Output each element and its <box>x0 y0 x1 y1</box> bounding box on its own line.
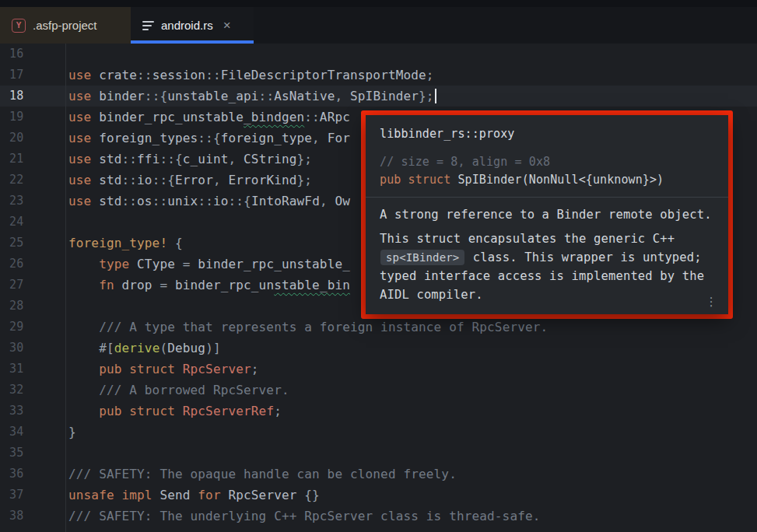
code-line-17[interactable]: 17use crate::session::FileDescriptorTran… <box>0 65 757 86</box>
annotation-red-box: libbinder_rs::proxy // size = 8, align =… <box>361 110 733 319</box>
code-line-34[interactable]: 34} <box>0 422 757 443</box>
code-token: binder_rpc_unstable <box>99 110 244 124</box>
popup-signature: pub struct SpIBinder(NonNull<{unknown}>) <box>380 173 714 187</box>
code-line-33[interactable]: 33 pub struct RpcServerRef; <box>0 401 757 422</box>
gutter-divider <box>65 44 66 532</box>
code-token: /// SAFETY: The opaque handle can be clo… <box>68 467 457 481</box>
code-line-16[interactable]: 16 <box>0 44 757 65</box>
code-token: :: <box>304 110 320 124</box>
code-token: :: <box>205 68 221 82</box>
code-token: stable_bin <box>274 278 350 292</box>
code-line-29[interactable]: 29 /// A type that represents a foreign … <box>0 317 757 338</box>
yaml-file-icon: Y <box>12 19 26 33</box>
code-text: foreign_type! { <box>68 233 183 254</box>
line-number: 32 <box>9 380 40 401</box>
code-text: } <box>68 422 76 443</box>
code-token <box>68 383 99 397</box>
code-token: {} <box>304 488 320 502</box>
code-text: use binder_rpc_unstable_bindgen::ARpc <box>68 107 350 128</box>
code-token: ; <box>426 68 434 82</box>
code-token: }; <box>297 152 313 166</box>
code-token: use <box>68 152 99 166</box>
code-token: ::{ <box>152 173 175 187</box>
code-token: pub struct <box>99 404 183 418</box>
text-cursor <box>435 89 436 103</box>
code-text: use binder::{unstable_api::AsNative, SpI… <box>68 86 436 107</box>
code-token: foreign_types <box>99 131 198 145</box>
code-text: type CType = binder_rpc_unstable_ <box>68 254 350 275</box>
code-text: unsafe impl Send for RpcServer {} <box>68 485 320 506</box>
code-token: std <box>99 152 121 166</box>
code-line-38[interactable]: 38/// SAFETY: The underlying C++ RpcServ… <box>0 506 757 527</box>
line-number: 31 <box>9 359 40 380</box>
code-token: Ow <box>335 194 351 208</box>
code-token <box>68 320 99 334</box>
more-options-icon[interactable]: ⋮ <box>706 296 717 308</box>
code-token: ( <box>159 341 167 355</box>
tab-asfp-project[interactable]: Y .asfp-project <box>0 7 131 44</box>
code-text: use crate::session::FileDescriptorTransp… <box>68 65 434 86</box>
code-token: FileDescriptorTransportMode <box>221 68 426 82</box>
line-number: 17 <box>9 65 40 86</box>
code-token: os <box>137 194 152 208</box>
code-text: pub struct RpcServer; <box>68 359 259 380</box>
code-line-35[interactable]: 35 <box>0 443 757 464</box>
code-line-37[interactable]: 37unsafe impl Send for RpcServer {} <box>0 485 757 506</box>
code-token <box>68 341 99 355</box>
code-token: , <box>320 194 335 208</box>
hover-doc-popup: libbinder_rs::proxy // size = 8, align =… <box>366 115 728 314</box>
code-token: for <box>198 488 228 502</box>
code-line-31[interactable]: 31 pub struct RpcServer; <box>0 359 757 380</box>
line-number: 36 <box>9 464 40 485</box>
code-token: ::{ <box>198 131 220 145</box>
code-token: ::{ <box>159 152 182 166</box>
code-token: io <box>137 173 152 187</box>
code-token: = <box>175 257 198 271</box>
code-token: use <box>68 89 99 103</box>
tab-android-rs[interactable]: android.rs × <box>131 7 254 44</box>
code-text: pub struct RpcServerRef; <box>68 401 282 422</box>
code-editor[interactable]: 1617use crate::session::FileDescriptorTr… <box>0 44 757 532</box>
editor-window: Y .asfp-project android.rs × 1617use cra… <box>0 0 757 532</box>
code-text: /// A borrowed RpcServer. <box>68 380 289 401</box>
code-token: #[ <box>99 341 114 355</box>
code-line-30[interactable]: 30 #[derive(Debug)] <box>0 338 757 359</box>
code-token: unstable_api <box>167 89 258 103</box>
code-token: }; <box>419 89 434 103</box>
code-token: Send <box>159 488 198 502</box>
file-tab-label: android.rs <box>161 19 213 32</box>
code-line-36[interactable]: 36/// SAFETY: The opaque handle can be c… <box>0 464 757 485</box>
popup-summary: A strong reference to a Binder remote ob… <box>380 208 714 222</box>
popup-module-path: libbinder_rs::proxy <box>380 127 714 141</box>
code-token <box>68 278 99 292</box>
popup-size-comment: // size = 8, align = 0x8 <box>380 155 714 169</box>
code-token: } <box>68 425 76 439</box>
code-token: unix <box>167 194 198 208</box>
popup-description: This struct encapsulates the generic C++… <box>380 229 714 304</box>
line-number: 23 <box>9 191 40 212</box>
line-number: 30 <box>9 338 40 359</box>
code-token: :: <box>259 89 275 103</box>
code-token: use <box>68 68 99 82</box>
line-number: 25 <box>9 233 40 254</box>
popup-divider <box>366 197 728 198</box>
inline-code-chip: sp<IBinder> <box>380 250 464 265</box>
line-number: 20 <box>9 128 40 149</box>
description-text-before: This struct encapsulates the generic C++ <box>380 232 675 246</box>
code-token: /// A borrowed RpcServer. <box>99 383 289 397</box>
code-token: use <box>68 131 99 145</box>
code-token: , <box>312 131 328 145</box>
code-text: use std::io::{Error, ErrorKind}; <box>68 170 312 191</box>
code-token: foreign_type <box>221 131 312 145</box>
line-number: 26 <box>9 254 40 275</box>
code-line-32[interactable]: 32 /// A borrowed RpcServer. <box>0 380 757 401</box>
code-text: use foreign_types::{foreign_type, For <box>68 128 350 149</box>
code-line-18[interactable]: 18use binder::{unstable_api::AsNative, S… <box>0 86 757 107</box>
code-token: AsNative <box>274 89 335 103</box>
code-token: binder <box>99 89 145 103</box>
line-number: 16 <box>9 44 40 65</box>
code-text: #[derive(Debug)] <box>68 338 221 359</box>
line-number: 34 <box>9 422 40 443</box>
close-tab-icon[interactable]: × <box>223 19 231 32</box>
code-token: )] <box>205 341 221 355</box>
